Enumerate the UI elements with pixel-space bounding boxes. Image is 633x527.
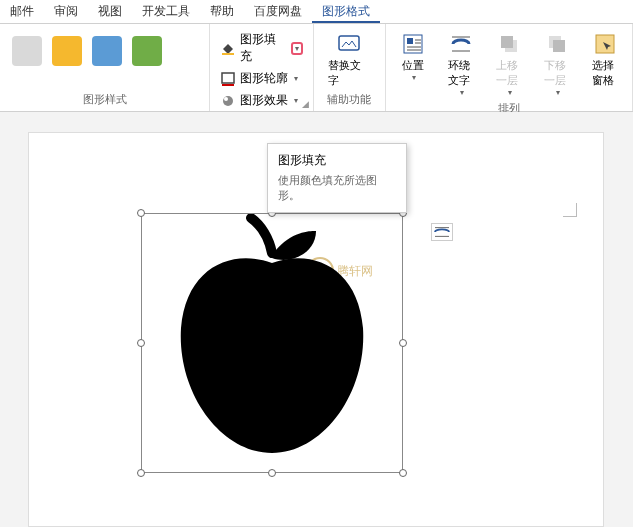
alt-text-icon: [337, 32, 361, 56]
selected-shape-apple[interactable]: [141, 213, 403, 473]
layout-options-button[interactable]: [431, 223, 453, 241]
style-swatches: [6, 28, 168, 74]
tab-mail[interactable]: 邮件: [0, 0, 44, 23]
resize-handle-e[interactable]: [399, 339, 407, 347]
group-label-styles: 图形样式: [6, 92, 203, 109]
tab-review[interactable]: 审阅: [44, 0, 88, 23]
svg-point-3: [223, 96, 233, 106]
bring-forward-icon: [497, 32, 521, 56]
group-shape-styles: 图形样式: [0, 24, 210, 111]
position-icon: [401, 32, 425, 56]
shape-outline-label: 图形轮廓: [240, 70, 288, 87]
layout-options-icon: [433, 225, 451, 239]
ribbon: 图形样式 图形填充 ▾ 图形轮廓 ▾ 图形效果: [0, 24, 633, 112]
resize-handle-se[interactable]: [399, 469, 407, 477]
effects-icon: [220, 93, 236, 109]
shape-fill-button[interactable]: 图形填充 ▾: [216, 30, 306, 66]
resize-handle-w[interactable]: [137, 339, 145, 347]
page[interactable]: 图形填充 使用颜色填充所选图形。 T 腾轩网: [28, 132, 604, 527]
shape-fill-dropdown-caret[interactable]: ▾: [291, 42, 303, 55]
resize-handle-sw[interactable]: [137, 469, 145, 477]
bring-forward-label: 上移一层: [496, 58, 522, 88]
selection-box: [141, 213, 403, 473]
alt-text-button[interactable]: 替换文字: [320, 28, 379, 92]
style-swatch-gray[interactable]: [12, 36, 42, 66]
position-button[interactable]: 位置 ▾: [392, 28, 434, 86]
shape-outline-button[interactable]: 图形轮廓 ▾: [216, 69, 306, 88]
selection-pane-label: 选择窗格: [592, 58, 618, 88]
shape-effects-button[interactable]: 图形效果 ▾: [216, 91, 306, 110]
svg-rect-1: [222, 73, 234, 83]
send-backward-button[interactable]: 下移一层 ▾: [536, 28, 578, 101]
shape-fill-tooltip: 图形填充 使用颜色填充所选图形。: [267, 143, 407, 213]
tooltip-body: 使用颜色填充所选图形。: [278, 173, 396, 204]
selection-pane-icon: [593, 32, 617, 56]
group-arrange: 位置 ▾ 环绕文字 ▾ 上移一层 ▾ 下移一层: [386, 24, 633, 111]
group-label-aux: 辅助功能: [320, 92, 379, 109]
resize-handle-s[interactable]: [268, 469, 276, 477]
svg-rect-5: [339, 36, 359, 50]
svg-rect-15: [501, 36, 513, 48]
tab-dev[interactable]: 开发工具: [132, 0, 200, 23]
paint-bucket-icon: [220, 40, 236, 56]
wrap-text-button[interactable]: 环绕文字 ▾: [440, 28, 482, 101]
tab-view[interactable]: 视图: [88, 0, 132, 23]
svg-rect-0: [222, 53, 234, 55]
alt-text-label-1: 替换文字: [328, 58, 371, 88]
svg-rect-17: [553, 40, 565, 52]
styles-dialog-launcher[interactable]: ◢: [302, 99, 309, 109]
svg-rect-7: [407, 38, 413, 44]
group-accessibility: 替换文字 辅助功能: [314, 24, 386, 111]
tooltip-title: 图形填充: [278, 152, 396, 169]
shape-effects-label: 图形效果: [240, 92, 288, 109]
bring-forward-button[interactable]: 上移一层 ▾: [488, 28, 530, 101]
style-swatch-green[interactable]: [132, 36, 162, 66]
selection-pane-button[interactable]: 选择窗格: [584, 28, 626, 92]
shape-effects-caret[interactable]: ▾: [294, 96, 298, 105]
document-canvas[interactable]: 图形填充 使用颜色填充所选图形。 T 腾轩网: [0, 112, 633, 527]
resize-handle-nw[interactable]: [137, 209, 145, 217]
send-backward-caret: ▾: [556, 88, 560, 97]
svg-point-4: [224, 97, 228, 101]
shape-outline-caret[interactable]: ▾: [294, 74, 298, 83]
wrap-caret: ▾: [460, 88, 464, 97]
style-swatch-blue[interactable]: [92, 36, 122, 66]
wrap-label: 环绕文字: [448, 58, 474, 88]
outline-icon: [220, 71, 236, 87]
tab-shape-format[interactable]: 图形格式: [312, 0, 380, 23]
style-swatch-yellow[interactable]: [52, 36, 82, 66]
send-backward-label: 下移一层: [544, 58, 570, 88]
svg-rect-2: [222, 84, 234, 86]
position-caret: ▾: [412, 73, 416, 82]
ribbon-tabs: 邮件 审阅 视图 开发工具 帮助 百度网盘 图形格式: [0, 0, 633, 24]
shape-fill-label: 图形填充: [240, 31, 284, 65]
tab-baidu[interactable]: 百度网盘: [244, 0, 312, 23]
wrap-icon: [449, 32, 473, 56]
group-shape-fill-etc: 图形填充 ▾ 图形轮廓 ▾ 图形效果 ▾ ◢: [210, 24, 313, 111]
margin-corner-mark: [563, 203, 577, 217]
position-label: 位置: [402, 58, 424, 73]
send-backward-icon: [545, 32, 569, 56]
tab-help[interactable]: 帮助: [200, 0, 244, 23]
bring-forward-caret: ▾: [508, 88, 512, 97]
